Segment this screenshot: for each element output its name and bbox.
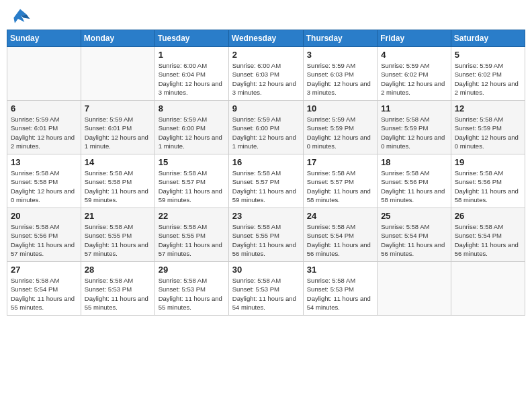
- logo: [9, 7, 34, 26]
- day-info: Sunrise: 5:59 AM Sunset: 6:03 PM Dayligh…: [307, 61, 373, 97]
- day-info: Sunrise: 5:59 AM Sunset: 6:01 PM Dayligh…: [85, 115, 151, 150]
- calendar-cell: 30Sunrise: 5:58 AM Sunset: 5:53 PM Dayli…: [228, 262, 303, 316]
- calendar-cell: 16Sunrise: 5:58 AM Sunset: 5:57 PM Dayli…: [228, 154, 303, 208]
- calendar-cell: [451, 262, 525, 316]
- day-info: Sunrise: 5:58 AM Sunset: 5:56 PM Dayligh…: [11, 222, 77, 258]
- calendar-cell: 17Sunrise: 5:58 AM Sunset: 5:57 PM Dayli…: [303, 154, 377, 208]
- weekday-header-sunday: Sunday: [7, 30, 81, 47]
- day-info: Sunrise: 5:58 AM Sunset: 5:53 PM Dayligh…: [85, 276, 151, 312]
- day-number: 11: [381, 103, 447, 113]
- day-info: Sunrise: 5:58 AM Sunset: 5:54 PM Dayligh…: [307, 222, 373, 258]
- day-number: 16: [232, 157, 300, 167]
- calendar-week-row: 13Sunrise: 5:58 AM Sunset: 5:58 PM Dayli…: [7, 154, 525, 208]
- weekday-header-friday: Friday: [378, 30, 451, 47]
- calendar-cell: 3Sunrise: 5:59 AM Sunset: 6:03 PM Daylig…: [303, 47, 377, 101]
- calendar-week-row: 20Sunrise: 5:58 AM Sunset: 5:56 PM Dayli…: [7, 208, 525, 262]
- day-number: 2: [232, 50, 300, 60]
- day-info: Sunrise: 5:58 AM Sunset: 5:55 PM Dayligh…: [232, 222, 300, 258]
- calendar-cell: 25Sunrise: 5:58 AM Sunset: 5:54 PM Dayli…: [378, 208, 451, 262]
- day-number: 8: [159, 103, 225, 113]
- day-number: 26: [455, 211, 521, 221]
- calendar-cell: 11Sunrise: 5:58 AM Sunset: 5:59 PM Dayli…: [378, 101, 451, 154]
- calendar-cell: 7Sunrise: 5:59 AM Sunset: 6:01 PM Daylig…: [81, 101, 154, 154]
- logo-icon: [9, 7, 31, 26]
- day-info: Sunrise: 5:58 AM Sunset: 5:54 PM Dayligh…: [455, 222, 521, 258]
- day-info: Sunrise: 5:58 AM Sunset: 5:57 PM Dayligh…: [232, 169, 300, 204]
- day-info: Sunrise: 5:59 AM Sunset: 5:59 PM Dayligh…: [307, 115, 373, 150]
- day-info: Sunrise: 5:59 AM Sunset: 6:00 PM Dayligh…: [159, 115, 225, 150]
- day-info: Sunrise: 5:58 AM Sunset: 5:58 PM Dayligh…: [11, 169, 77, 204]
- day-info: Sunrise: 5:58 AM Sunset: 5:54 PM Dayligh…: [11, 276, 77, 312]
- calendar-cell: 5Sunrise: 5:59 AM Sunset: 6:02 PM Daylig…: [451, 47, 525, 101]
- calendar-cell: 15Sunrise: 5:58 AM Sunset: 5:57 PM Dayli…: [154, 154, 228, 208]
- day-number: 12: [455, 103, 521, 113]
- calendar-cell: 24Sunrise: 5:58 AM Sunset: 5:54 PM Dayli…: [303, 208, 377, 262]
- day-info: Sunrise: 5:59 AM Sunset: 6:01 PM Dayligh…: [11, 115, 77, 150]
- day-info: Sunrise: 5:58 AM Sunset: 5:53 PM Dayligh…: [159, 276, 225, 312]
- day-number: 13: [11, 157, 77, 167]
- calendar-cell: 1Sunrise: 6:00 AM Sunset: 6:04 PM Daylig…: [154, 47, 228, 101]
- calendar-cell: 9Sunrise: 5:59 AM Sunset: 6:00 PM Daylig…: [228, 101, 303, 154]
- day-info: Sunrise: 5:58 AM Sunset: 5:57 PM Dayligh…: [307, 169, 373, 204]
- day-info: Sunrise: 5:58 AM Sunset: 5:57 PM Dayligh…: [159, 169, 225, 204]
- calendar-cell: 21Sunrise: 5:58 AM Sunset: 5:55 PM Dayli…: [81, 208, 154, 262]
- day-number: 28: [85, 265, 151, 275]
- day-info: Sunrise: 5:58 AM Sunset: 5:56 PM Dayligh…: [381, 169, 447, 204]
- weekday-header-saturday: Saturday: [451, 30, 525, 47]
- calendar-cell: 27Sunrise: 5:58 AM Sunset: 5:54 PM Dayli…: [7, 262, 81, 316]
- day-number: 7: [85, 103, 151, 113]
- day-number: 24: [307, 211, 373, 221]
- day-number: 4: [381, 50, 447, 60]
- day-info: Sunrise: 5:58 AM Sunset: 5:55 PM Dayligh…: [159, 222, 225, 258]
- calendar-cell: 19Sunrise: 5:58 AM Sunset: 5:56 PM Dayli…: [451, 154, 525, 208]
- calendar-cell: 22Sunrise: 5:58 AM Sunset: 5:55 PM Dayli…: [154, 208, 228, 262]
- day-number: 3: [307, 50, 373, 60]
- day-info: Sunrise: 5:58 AM Sunset: 5:53 PM Dayligh…: [232, 276, 300, 312]
- weekday-header-monday: Monday: [81, 30, 154, 47]
- calendar-cell: 10Sunrise: 5:59 AM Sunset: 5:59 PM Dayli…: [303, 101, 377, 154]
- day-number: 23: [232, 211, 300, 221]
- calendar-cell: 14Sunrise: 5:58 AM Sunset: 5:58 PM Dayli…: [81, 154, 154, 208]
- day-info: Sunrise: 5:58 AM Sunset: 5:55 PM Dayligh…: [85, 222, 151, 258]
- day-number: 9: [232, 103, 300, 113]
- calendar-cell: 12Sunrise: 5:58 AM Sunset: 5:59 PM Dayli…: [451, 101, 525, 154]
- day-number: 31: [307, 265, 373, 275]
- calendar-week-row: 6Sunrise: 5:59 AM Sunset: 6:01 PM Daylig…: [7, 101, 525, 154]
- weekday-header-tuesday: Tuesday: [154, 30, 228, 47]
- day-number: 15: [159, 157, 225, 167]
- day-info: Sunrise: 5:58 AM Sunset: 5:53 PM Dayligh…: [307, 276, 373, 312]
- day-number: 27: [11, 265, 77, 275]
- calendar-table: SundayMondayTuesdayWednesdayThursdayFrid…: [7, 30, 525, 316]
- day-number: 5: [455, 50, 521, 60]
- day-number: 29: [159, 265, 225, 275]
- calendar-cell: 26Sunrise: 5:58 AM Sunset: 5:54 PM Dayli…: [451, 208, 525, 262]
- weekday-header-wednesday: Wednesday: [228, 30, 303, 47]
- day-info: Sunrise: 6:00 AM Sunset: 6:03 PM Dayligh…: [232, 61, 300, 97]
- day-number: 21: [85, 211, 151, 221]
- day-info: Sunrise: 5:59 AM Sunset: 6:00 PM Dayligh…: [232, 115, 300, 150]
- calendar-cell: [7, 47, 81, 101]
- day-info: Sunrise: 5:58 AM Sunset: 5:58 PM Dayligh…: [85, 169, 151, 204]
- day-number: 10: [307, 103, 373, 113]
- day-number: 14: [85, 157, 151, 167]
- day-number: 1: [159, 50, 225, 60]
- calendar-cell: 31Sunrise: 5:58 AM Sunset: 5:53 PM Dayli…: [303, 262, 377, 316]
- calendar-cell: 6Sunrise: 5:59 AM Sunset: 6:01 PM Daylig…: [7, 101, 81, 154]
- day-info: Sunrise: 5:58 AM Sunset: 5:59 PM Dayligh…: [381, 115, 447, 150]
- calendar-cell: [81, 47, 154, 101]
- day-number: 30: [232, 265, 300, 275]
- header: [7, 7, 525, 26]
- day-info: Sunrise: 5:58 AM Sunset: 5:59 PM Dayligh…: [455, 115, 521, 150]
- calendar-cell: [378, 262, 451, 316]
- day-info: Sunrise: 5:58 AM Sunset: 5:54 PM Dayligh…: [381, 222, 447, 258]
- calendar-cell: 29Sunrise: 5:58 AM Sunset: 5:53 PM Dayli…: [154, 262, 228, 316]
- calendar-cell: 23Sunrise: 5:58 AM Sunset: 5:55 PM Dayli…: [228, 208, 303, 262]
- calendar-week-row: 27Sunrise: 5:58 AM Sunset: 5:54 PM Dayli…: [7, 262, 525, 316]
- calendar-cell: 28Sunrise: 5:58 AM Sunset: 5:53 PM Dayli…: [81, 262, 154, 316]
- day-number: 22: [159, 211, 225, 221]
- day-number: 20: [11, 211, 77, 221]
- day-info: Sunrise: 5:58 AM Sunset: 5:56 PM Dayligh…: [455, 169, 521, 204]
- calendar-cell: 20Sunrise: 5:58 AM Sunset: 5:56 PM Dayli…: [7, 208, 81, 262]
- day-info: Sunrise: 5:59 AM Sunset: 6:02 PM Dayligh…: [381, 61, 447, 97]
- day-number: 18: [381, 157, 447, 167]
